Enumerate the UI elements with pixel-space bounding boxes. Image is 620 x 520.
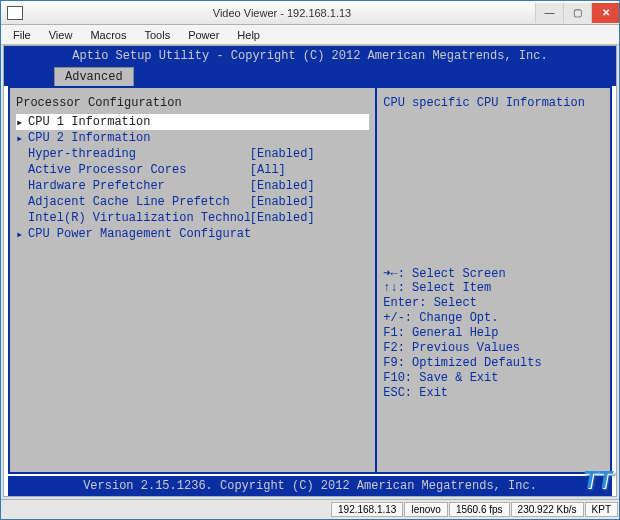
menu-power[interactable]: Power — [180, 27, 227, 43]
menu-tools[interactable]: Tools — [136, 27, 178, 43]
opt-value: [Enabled] — [250, 147, 369, 161]
status-user: lenovo — [404, 502, 447, 517]
opt-label: CPU 1 Information — [28, 115, 250, 129]
opt-vt[interactable]: Intel(R) Virtualization Technology [Enab… — [16, 210, 369, 226]
opt-label: CPU 2 Information — [28, 131, 250, 145]
hint-save-exit: F10: Save & Exit — [383, 371, 604, 386]
menu-view[interactable]: View — [41, 27, 81, 43]
hint-general-help: F1: General Help — [383, 326, 604, 341]
opt-label: Hyper-threading — [28, 147, 250, 161]
hint-previous-values: F2: Previous Values — [383, 341, 604, 356]
status-rate: 230.922 Kb/s — [511, 502, 584, 517]
status-ip: 192.168.1.13 — [331, 502, 403, 517]
bios-footer: Version 2.15.1236. Copyright (C) 2012 Am… — [8, 476, 612, 496]
close-button[interactable]: ✕ — [591, 3, 619, 23]
section-title: Processor Configuration — [16, 96, 369, 110]
titlebar: Video Viewer - 192.168.1.13 — ▢ ✕ — [1, 1, 619, 25]
submenu-arrow-icon: ▸ — [16, 115, 28, 130]
opt-label: Active Processor Cores — [28, 163, 250, 177]
opt-hw-prefetcher[interactable]: Hardware Prefetcher [Enabled] — [16, 178, 369, 194]
help-text: CPU specific CPU Information — [383, 96, 604, 266]
maximize-button[interactable]: ▢ — [563, 3, 591, 23]
opt-label: Intel(R) Virtualization Technology — [28, 211, 250, 225]
menubar: File View Macros Tools Power Help — [1, 25, 619, 45]
hint-enter: Enter: Select — [383, 296, 604, 311]
opt-label: CPU Power Management Configuration — [28, 227, 250, 241]
remote-screen: Aptio Setup Utility - Copyright (C) 2012… — [3, 45, 617, 497]
opt-cpu2-info[interactable]: ▸ CPU 2 Information — [16, 130, 369, 146]
menu-macros[interactable]: Macros — [82, 27, 134, 43]
opt-value: [Enabled] — [250, 211, 369, 225]
opt-active-cores[interactable]: Active Processor Cores [All] — [16, 162, 369, 178]
bios-options-pane: Processor Configuration ▸ CPU 1 Informat… — [10, 88, 377, 472]
opt-adj-cache-prefetch[interactable]: Adjacent Cache Line Prefetch [Enabled] — [16, 194, 369, 210]
minimize-button[interactable]: — — [535, 3, 563, 23]
opt-hyper-threading[interactable]: Hyper-threading [Enabled] — [16, 146, 369, 162]
opt-value: [All] — [250, 163, 369, 177]
app-window: Video Viewer - 192.168.1.13 — ▢ ✕ File V… — [0, 0, 620, 520]
hint-select-screen: ➜←: Select Screen — [383, 266, 604, 281]
opt-label: Hardware Prefetcher — [28, 179, 250, 193]
menu-file[interactable]: File — [5, 27, 39, 43]
opt-cpu-power-mgmt[interactable]: ▸ CPU Power Management Configuration — [16, 226, 369, 242]
bios-body: Processor Configuration ▸ CPU 1 Informat… — [8, 86, 612, 474]
opt-value: [Enabled] — [250, 179, 369, 193]
hint-esc: ESC: Exit — [383, 386, 604, 401]
status-fps: 1560.6 fps — [449, 502, 510, 517]
opt-value: [Enabled] — [250, 195, 369, 209]
app-icon — [7, 6, 23, 20]
menu-help[interactable]: Help — [229, 27, 268, 43]
opt-cpu1-info[interactable]: ▸ CPU 1 Information — [16, 114, 369, 130]
hint-change-opt: +/-: Change Opt. — [383, 311, 604, 326]
hint-opt-defaults: F9: Optimized Defaults — [383, 356, 604, 371]
status-mode: KPT — [585, 502, 618, 517]
opt-label: Adjacent Cache Line Prefetch — [28, 195, 250, 209]
bios-header: Aptio Setup Utility - Copyright (C) 2012… — [4, 46, 616, 66]
statusbar: 192.168.1.13 lenovo 1560.6 fps 230.922 K… — [1, 499, 619, 519]
window-buttons: — ▢ ✕ — [535, 3, 619, 23]
window-title: Video Viewer - 192.168.1.13 — [29, 7, 535, 19]
tab-advanced[interactable]: Advanced — [54, 67, 134, 86]
submenu-arrow-icon: ▸ — [16, 131, 28, 146]
key-hints: ➜←: Select Screen ↑↓: Select Item Enter:… — [383, 266, 604, 401]
submenu-arrow-icon: ▸ — [16, 227, 28, 242]
bios-help-pane: CPU specific CPU Information ➜←: Select … — [377, 88, 610, 472]
hint-select-item: ↑↓: Select Item — [383, 281, 604, 296]
bios-tab-row: Advanced — [4, 66, 616, 86]
